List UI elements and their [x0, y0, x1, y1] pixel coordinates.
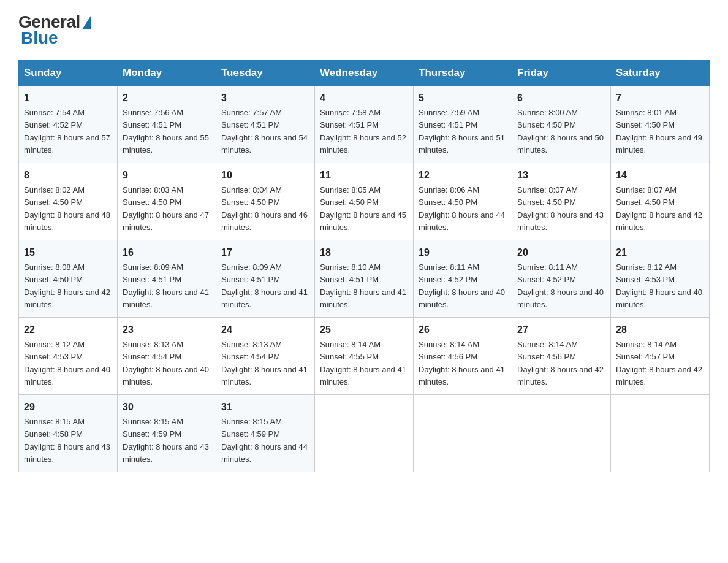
day-number: 27	[517, 323, 605, 337]
day-info: Sunrise: 8:15 AMSunset: 4:58 PMDaylight:…	[24, 417, 110, 464]
calendar-cell: 4 Sunrise: 7:58 AMSunset: 4:51 PMDayligh…	[315, 86, 414, 163]
day-number: 5	[419, 91, 507, 105]
page-header: General Blue	[18, 12, 710, 48]
day-number: 10	[221, 168, 309, 183]
day-info: Sunrise: 8:15 AMSunset: 4:59 PMDaylight:…	[221, 417, 308, 464]
day-number: 25	[320, 323, 408, 337]
day-number: 6	[517, 91, 605, 105]
day-info: Sunrise: 8:00 AMSunset: 4:50 PMDaylight:…	[517, 108, 604, 155]
calendar-week-row: 8 Sunrise: 8:02 AMSunset: 4:50 PMDayligh…	[19, 163, 710, 240]
day-info: Sunrise: 8:15 AMSunset: 4:59 PMDaylight:…	[123, 417, 209, 464]
day-info: Sunrise: 7:56 AMSunset: 4:51 PMDaylight:…	[123, 108, 209, 155]
calendar-cell: 19 Sunrise: 8:11 AMSunset: 4:52 PMDaylig…	[414, 240, 512, 318]
calendar-cell: 24 Sunrise: 8:13 AMSunset: 4:54 PMDaylig…	[216, 318, 315, 395]
calendar-week-row: 29 Sunrise: 8:15 AMSunset: 4:58 PMDaylig…	[19, 395, 710, 472]
day-info: Sunrise: 8:14 AMSunset: 4:57 PMDaylight:…	[616, 340, 702, 386]
calendar-cell	[315, 395, 414, 472]
calendar-cell: 28 Sunrise: 8:14 AMSunset: 4:57 PMDaylig…	[611, 318, 710, 395]
day-number: 7	[616, 91, 704, 105]
day-info: Sunrise: 8:12 AMSunset: 4:53 PMDaylight:…	[24, 340, 110, 386]
day-number: 28	[616, 323, 704, 337]
day-number: 21	[616, 245, 704, 260]
day-info: Sunrise: 8:13 AMSunset: 4:54 PMDaylight:…	[123, 340, 209, 386]
calendar-cell: 30 Sunrise: 8:15 AMSunset: 4:59 PMDaylig…	[118, 395, 216, 472]
calendar-cell: 27 Sunrise: 8:14 AMSunset: 4:56 PMDaylig…	[512, 318, 611, 395]
calendar-cell: 18 Sunrise: 8:10 AMSunset: 4:51 PMDaylig…	[315, 240, 414, 318]
calendar-cell: 13 Sunrise: 8:07 AMSunset: 4:50 PMDaylig…	[512, 163, 611, 240]
calendar-cell: 16 Sunrise: 8:09 AMSunset: 4:51 PMDaylig…	[118, 240, 216, 318]
calendar-week-row: 15 Sunrise: 8:08 AMSunset: 4:50 PMDaylig…	[19, 240, 710, 318]
day-info: Sunrise: 8:01 AMSunset: 4:50 PMDaylight:…	[616, 108, 702, 155]
calendar-cell: 14 Sunrise: 8:07 AMSunset: 4:50 PMDaylig…	[611, 163, 710, 240]
calendar-cell: 5 Sunrise: 7:59 AMSunset: 4:51 PMDayligh…	[414, 86, 512, 163]
day-info: Sunrise: 8:14 AMSunset: 4:55 PMDaylight:…	[320, 340, 406, 386]
calendar-table: SundayMondayTuesdayWednesdayThursdayFrid…	[18, 60, 710, 472]
day-number: 18	[320, 245, 408, 260]
calendar-cell: 22 Sunrise: 8:12 AMSunset: 4:53 PMDaylig…	[19, 318, 118, 395]
day-number: 2	[123, 91, 211, 105]
column-header-tuesday: Tuesday	[216, 61, 315, 86]
day-info: Sunrise: 7:57 AMSunset: 4:51 PMDaylight:…	[221, 108, 308, 155]
day-number: 3	[221, 91, 309, 105]
day-number: 12	[419, 168, 507, 183]
day-info: Sunrise: 8:02 AMSunset: 4:50 PMDaylight:…	[24, 185, 110, 232]
column-header-monday: Monday	[118, 61, 216, 86]
calendar-cell: 7 Sunrise: 8:01 AMSunset: 4:50 PMDayligh…	[611, 86, 710, 163]
calendar-week-row: 1 Sunrise: 7:54 AMSunset: 4:52 PMDayligh…	[19, 86, 710, 163]
day-number: 30	[123, 400, 211, 415]
column-header-sunday: Sunday	[19, 61, 118, 86]
calendar-cell: 20 Sunrise: 8:11 AMSunset: 4:52 PMDaylig…	[512, 240, 611, 318]
column-header-thursday: Thursday	[414, 61, 512, 86]
day-number: 9	[123, 168, 211, 183]
day-info: Sunrise: 8:03 AMSunset: 4:50 PMDaylight:…	[123, 185, 209, 232]
day-number: 31	[221, 400, 309, 415]
day-info: Sunrise: 7:59 AMSunset: 4:51 PMDaylight:…	[419, 108, 505, 155]
calendar-cell: 17 Sunrise: 8:09 AMSunset: 4:51 PMDaylig…	[216, 240, 315, 318]
logo-blue-text: Blue	[21, 28, 58, 48]
day-number: 23	[123, 323, 211, 337]
day-number: 11	[320, 168, 408, 183]
day-info: Sunrise: 8:10 AMSunset: 4:51 PMDaylight:…	[320, 262, 406, 309]
day-number: 19	[419, 245, 507, 260]
day-number: 20	[517, 245, 605, 260]
day-number: 4	[320, 91, 408, 105]
column-header-saturday: Saturday	[611, 61, 710, 86]
day-info: Sunrise: 8:09 AMSunset: 4:51 PMDaylight:…	[123, 262, 209, 309]
calendar-cell: 9 Sunrise: 8:03 AMSunset: 4:50 PMDayligh…	[118, 163, 216, 240]
calendar-cell: 11 Sunrise: 8:05 AMSunset: 4:50 PMDaylig…	[315, 163, 414, 240]
day-number: 1	[24, 91, 112, 105]
day-number: 29	[24, 400, 112, 415]
day-info: Sunrise: 7:58 AMSunset: 4:51 PMDaylight:…	[320, 108, 406, 155]
calendar-cell: 3 Sunrise: 7:57 AMSunset: 4:51 PMDayligh…	[216, 86, 315, 163]
calendar-cell: 12 Sunrise: 8:06 AMSunset: 4:50 PMDaylig…	[414, 163, 512, 240]
day-info: Sunrise: 8:09 AMSunset: 4:51 PMDaylight:…	[221, 262, 308, 309]
calendar-cell: 2 Sunrise: 7:56 AMSunset: 4:51 PMDayligh…	[118, 86, 216, 163]
day-info: Sunrise: 8:07 AMSunset: 4:50 PMDaylight:…	[517, 185, 604, 232]
day-info: Sunrise: 8:11 AMSunset: 4:52 PMDaylight:…	[517, 262, 604, 309]
day-info: Sunrise: 8:14 AMSunset: 4:56 PMDaylight:…	[419, 340, 505, 386]
day-info: Sunrise: 8:07 AMSunset: 4:50 PMDaylight:…	[616, 185, 702, 232]
day-number: 8	[24, 168, 112, 183]
logo-triangle-icon	[82, 16, 91, 29]
column-header-wednesday: Wednesday	[315, 61, 414, 86]
day-info: Sunrise: 8:04 AMSunset: 4:50 PMDaylight:…	[221, 185, 308, 232]
day-info: Sunrise: 8:12 AMSunset: 4:53 PMDaylight:…	[616, 262, 702, 309]
calendar-cell: 15 Sunrise: 8:08 AMSunset: 4:50 PMDaylig…	[19, 240, 118, 318]
day-number: 14	[616, 168, 704, 183]
logo: General Blue	[18, 12, 91, 48]
day-info: Sunrise: 8:08 AMSunset: 4:50 PMDaylight:…	[24, 262, 110, 309]
calendar-cell: 10 Sunrise: 8:04 AMSunset: 4:50 PMDaylig…	[216, 163, 315, 240]
calendar-cell: 23 Sunrise: 8:13 AMSunset: 4:54 PMDaylig…	[118, 318, 216, 395]
day-info: Sunrise: 8:14 AMSunset: 4:56 PMDaylight:…	[517, 340, 604, 386]
day-number: 22	[24, 323, 112, 337]
calendar-cell: 1 Sunrise: 7:54 AMSunset: 4:52 PMDayligh…	[19, 86, 118, 163]
calendar-week-row: 22 Sunrise: 8:12 AMSunset: 4:53 PMDaylig…	[19, 318, 710, 395]
day-number: 24	[221, 323, 309, 337]
day-number: 26	[419, 323, 507, 337]
day-info: Sunrise: 8:06 AMSunset: 4:50 PMDaylight:…	[419, 185, 505, 232]
calendar-cell: 8 Sunrise: 8:02 AMSunset: 4:50 PMDayligh…	[19, 163, 118, 240]
calendar-cell	[414, 395, 512, 472]
calendar-cell	[611, 395, 710, 472]
calendar-header-row: SundayMondayTuesdayWednesdayThursdayFrid…	[19, 61, 710, 86]
day-number: 15	[24, 245, 112, 260]
